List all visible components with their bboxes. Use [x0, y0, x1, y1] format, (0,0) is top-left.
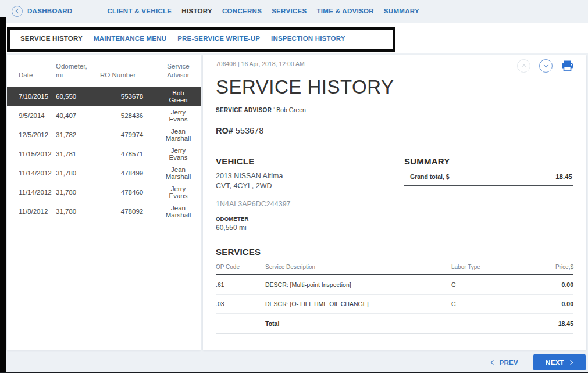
services-section: SERVICES OP Code Service Description Lab…: [216, 247, 573, 334]
history-row[interactable]: 12/5/2012 31,782 479974 Jean Marshall: [7, 125, 201, 144]
prev-button[interactable]: PREV: [490, 359, 518, 366]
col-header-labor-type: Labor Type: [451, 264, 524, 270]
print-button[interactable]: [561, 60, 573, 71]
next-button[interactable]: NEXT: [533, 354, 586, 370]
services-table: OP Code Service Description Labor Type P…: [216, 264, 573, 334]
odometer-label: ODOMETER: [216, 216, 404, 222]
service-history-detail-panel: 706406 | 16 Apr, 2018, 12:00 AM SERVICE …: [203, 55, 586, 350]
col-header-service-description: Service Description: [265, 264, 451, 270]
printer-icon: [561, 60, 573, 71]
grand-total-label: Grand total, $: [410, 173, 450, 180]
top-nav-tabs: CLIENT & VEHICLE HISTORY CONCERNS SERVIC…: [107, 8, 419, 15]
chevron-down-icon: [543, 63, 548, 67]
history-rows: 7/10/2015 60,550 553678 Bob Green 9/5/20…: [7, 87, 201, 221]
history-row[interactable]: 11/8/2012 31,780 478092 Jean Marshall: [7, 202, 201, 221]
vehicle-heading: VEHICLE: [216, 156, 404, 166]
subtab-pre-service-write-up[interactable]: PRE-SERVICE WRITE-UP: [177, 35, 260, 42]
total-label: Total: [265, 320, 451, 327]
vehicle-trim: CVT, 4CYL, 2WD: [216, 181, 404, 191]
chevron-up-icon: [521, 64, 526, 69]
tab-summary[interactable]: SUMMARY: [384, 8, 419, 15]
subtab-service-history[interactable]: SERVICE HISTORY: [20, 35, 83, 42]
tab-concerns[interactable]: CONCERNS: [222, 8, 262, 15]
left-frame-bar: [0, 17, 6, 373]
col-header-op-code: OP Code: [216, 264, 265, 270]
back-arrow-icon: [12, 6, 23, 17]
collapse-up-button[interactable]: [517, 59, 530, 73]
col-header-odometer: Odometer,: [56, 63, 87, 70]
summary-section: SUMMARY Grand total, $ 18.45: [404, 156, 573, 232]
vehicle-section: VEHICLE 2013 NISSAN Altima CVT, 4CYL, 2W…: [216, 156, 404, 232]
chevron-left-icon: [491, 360, 496, 364]
page-title: SERVICE HISTORY: [216, 76, 573, 98]
ro-number-line: RO# 553678: [216, 126, 573, 135]
history-row[interactable]: 11/15/2012 31,781 478571 Jerry Evans: [7, 144, 201, 163]
top-navigation: DASHBOARD CLIENT & VEHICLE HISTORY CONCE…: [0, 0, 588, 22]
services-heading: SERVICES: [216, 247, 573, 257]
history-row[interactable]: 11/14/2012 31,780 478460 Jerry Evans: [7, 182, 201, 202]
col-header-price: Price,$: [524, 264, 573, 270]
grand-total-value: 18.45: [555, 173, 572, 180]
vehicle-vin: 1N4AL3AP6DC244397: [216, 200, 404, 208]
expand-down-button[interactable]: [539, 59, 553, 73]
tab-history[interactable]: HISTORY: [181, 8, 212, 15]
back-to-dashboard-button[interactable]: DASHBOARD: [12, 6, 72, 17]
subtab-maintenance-menu[interactable]: MAINTENANCE MENU: [94, 35, 166, 42]
service-advisor-line: SERVICE ADVISOR'Bob Green: [216, 106, 573, 113]
history-table-header: Date Odometer,mi RO Number ServiceAdviso…: [7, 55, 201, 83]
app-window: DASHBOARD CLIENT & VEHICLE HISTORY CONCE…: [0, 0, 588, 373]
tab-time-advisor[interactable]: TIME & ADVISOR: [317, 8, 374, 15]
history-row[interactable]: 9/5/2014 40,407 528436 Jerry Evans: [7, 106, 201, 125]
services-total-row: Total 18.45: [216, 314, 573, 334]
service-row: .03 DESCR: [O- LIFETIME OIL CHANGE] C 0.…: [216, 295, 573, 314]
record-meta: 706406 | 16 Apr, 2018, 12:00 AM: [216, 59, 305, 67]
history-row[interactable]: 7/10/2015 60,550 553678 Bob Green: [7, 87, 201, 106]
back-label: DASHBOARD: [27, 8, 72, 15]
col-header-service-advisor: Service: [167, 63, 189, 70]
vehicle-model: 2013 NISSAN Altima: [216, 171, 404, 181]
subtab-inspection-history[interactable]: INSPECTION HISTORY: [271, 35, 345, 42]
services-table-header: OP Code Service Description Labor Type P…: [216, 264, 573, 275]
chevron-right-icon: [568, 360, 573, 364]
total-value: 18.45: [524, 320, 573, 327]
summary-heading: SUMMARY: [404, 156, 573, 166]
col-header-ro-number: RO Number: [100, 71, 164, 79]
sub-nav-tabs: SERVICE HISTORY MAINTENANCE MENU PRE-SER…: [20, 35, 345, 42]
col-header-date: Date: [19, 71, 56, 79]
history-list-panel: Date Odometer,mi RO Number ServiceAdviso…: [7, 55, 201, 350]
odometer-value: 60,550 mi: [216, 224, 404, 232]
detail-actions: [517, 59, 573, 73]
history-row[interactable]: 11/14/2012 31,780 478499 Jean Marshall: [7, 163, 201, 182]
tab-client-vehicle[interactable]: CLIENT & VEHICLE: [107, 8, 172, 15]
footer-pagination: PREV NEXT: [490, 354, 586, 370]
service-row: .61 DESCR: [Multi-point Inspection] C 0.…: [216, 275, 573, 295]
tab-services[interactable]: SERVICES: [272, 8, 307, 15]
grand-total-row: Grand total, $ 18.45: [404, 173, 573, 186]
